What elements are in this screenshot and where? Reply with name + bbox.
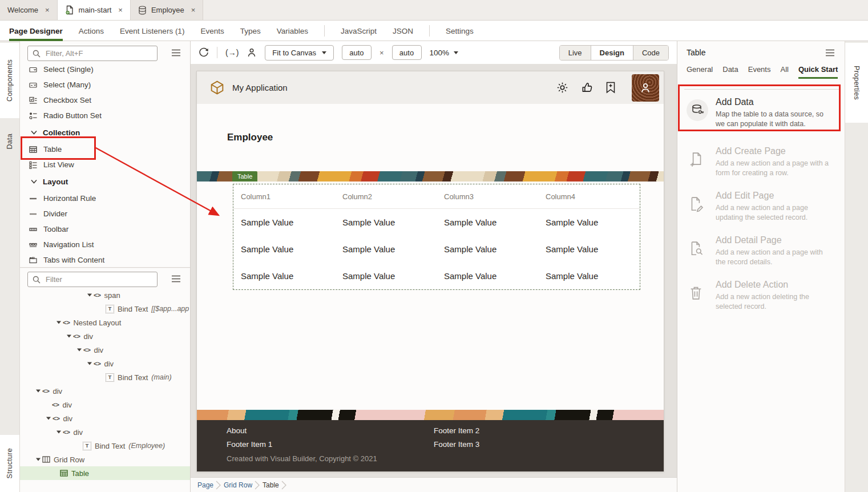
rail-tab-components[interactable]: Components [0,43,19,118]
rail-tab-properties[interactable]: Properties [845,43,868,123]
caret-down-icon[interactable] [34,458,42,461]
footer-link-item3[interactable]: Footer Item 3 [434,440,479,449]
tree-node-div[interactable]: <> div [20,412,190,425]
breadcrumb-grid-row[interactable]: Grid Row [224,481,252,489]
decorative-banner [197,171,664,182]
footer-link-item1[interactable]: Footer Item 1 [227,440,272,449]
nav-actions[interactable]: Actions [79,21,104,41]
footer-link-about[interactable]: About [227,426,247,435]
table-row[interactable]: Sample Value Sample Value Sample Value S… [233,263,640,289]
component-item-checkbox-set[interactable]: Checkbox Set [20,92,190,108]
section-layout[interactable]: Layout [20,172,190,191]
tree-node-div[interactable]: <> div [20,329,190,343]
components-menu-icon[interactable] [171,49,181,57]
tree-node-nested-layout[interactable]: <> Nested Layout [20,316,190,329]
tree-node-table-selected[interactable]: Table [20,466,190,480]
rail-tab-data[interactable]: Data [0,118,19,165]
component-item-select-many[interactable]: Select (Many) [20,77,190,92]
components-filter-input[interactable] [45,49,152,58]
caret-down-icon[interactable] [44,417,53,420]
thumbs-up-icon[interactable] [581,82,593,94]
rail-label: Properties [853,66,861,100]
properties-menu-icon[interactable] [825,49,835,57]
structure-menu-icon[interactable] [171,275,181,283]
quick-start-add-data[interactable]: Add Data Map the table to a data source,… [677,90,841,139]
caret-down-icon[interactable] [54,430,63,434]
component-item-tabs-with-content[interactable]: Tabs with Content [20,252,190,268]
bookmark-plus-icon[interactable] [605,82,616,94]
gear-icon[interactable] [556,82,568,94]
close-icon[interactable]: × [45,6,50,14]
tree-node-bind-text[interactable]: T Bind Text (Employee) [20,439,190,453]
caret-down-icon[interactable] [34,389,42,393]
nav-page-designer[interactable]: Page Designer [9,21,63,41]
component-item-divider[interactable]: Divider [20,206,190,221]
rail-tab-structure[interactable]: Structure [0,435,19,492]
tab-main-start[interactable]: main-start × [58,0,131,20]
mode-live-button[interactable]: Live [560,46,591,60]
caret-down-icon[interactable] [54,321,63,324]
caret-down-icon[interactable] [85,293,94,297]
caret-down-icon[interactable] [64,334,73,338]
nav-settings[interactable]: Settings [446,21,474,41]
nav-types[interactable]: Types [240,21,261,41]
column-header[interactable]: Column2 [335,184,437,208]
component-item-horizontal-rule[interactable]: Horizontal Rule [20,191,190,206]
nav-json[interactable]: JSON [393,21,413,41]
column-header[interactable]: Column3 [437,184,538,208]
nav-events[interactable]: Events [200,21,224,41]
table-row[interactable]: Sample Value Sample Value Sample Value S… [233,236,640,263]
close-icon[interactable]: × [191,6,196,14]
avatar[interactable] [632,74,659,102]
quick-start-desc: Add a new action and a page updating the… [716,203,830,223]
section-collection[interactable]: Collection [20,123,190,142]
tab-data[interactable]: Data [722,65,738,79]
breadcrumb-page[interactable]: Page [197,481,213,489]
tree-node-bind-text[interactable]: T Bind Text (main) [20,370,190,384]
tree-node-div[interactable]: <> div [20,357,190,370]
component-item-navigation-list[interactable]: Navigation List [20,237,190,252]
component-item-toolbar[interactable]: Toolbar [20,221,190,237]
live-variables-icon[interactable]: (→) [225,48,239,57]
tree-node-div[interactable]: <> div [20,425,190,439]
refresh-icon[interactable] [199,47,209,58]
caret-down-icon[interactable] [85,362,94,365]
footer-link-item2[interactable]: Footer Item 2 [434,426,479,435]
tree-node-grid-row[interactable]: Grid Row [20,453,190,466]
table-row[interactable]: Sample Value Sample Value Sample Value S… [233,209,640,236]
mode-design-button[interactable]: Design [591,46,633,60]
zoom-select[interactable]: 100% [430,49,459,57]
tree-node-div[interactable]: <> div [20,384,190,398]
close-icon[interactable]: × [118,6,123,14]
tab-quick-start[interactable]: Quick Start [798,65,838,79]
nav-variables[interactable]: Variables [277,21,308,41]
tab-all[interactable]: All [780,65,788,79]
tree-node-bind-text[interactable]: T Bind Text [[$app...app [20,302,190,316]
tab-events[interactable]: Events [748,65,771,79]
canvas-height-input[interactable] [392,45,422,60]
structure-filter-input[interactable] [45,275,152,284]
tab-employee[interactable]: Employee × [131,0,203,20]
caret-down-icon[interactable] [75,348,83,352]
nav-javascript[interactable]: JavaScript [341,21,377,41]
component-item-table[interactable]: Table [20,142,190,157]
tree-node-span[interactable]: <> span [20,288,190,302]
canvas-width-input[interactable] [342,45,372,60]
nav-event-listeners[interactable]: Event Listeners (1) [120,21,184,41]
component-item-radio-button-set[interactable]: Radio Button Set [20,108,190,123]
fit-to-canvas-select[interactable]: Fit to Canvas [265,45,334,61]
tab-general[interactable]: General [687,65,713,79]
mode-code-button[interactable]: Code [633,46,668,60]
table-component[interactable]: Column1 Column2 Column3 Column4 Sample V… [233,184,640,290]
user-preview-icon[interactable] [247,47,257,58]
component-item-list-view[interactable]: List View [20,157,190,172]
component-item-select-single[interactable]: Select (Single) [20,62,190,77]
column-header[interactable]: Column1 [233,184,335,208]
tree-node-div[interactable]: <> div [20,398,190,412]
zoom-value: 100% [430,49,450,57]
column-header[interactable]: Column4 [538,184,640,208]
breadcrumb-table[interactable]: Table [263,481,279,489]
tab-welcome[interactable]: Welcome × [0,0,58,20]
tree-node-div[interactable]: <> div [20,343,190,357]
component-item-label: Radio Button Set [43,111,102,120]
